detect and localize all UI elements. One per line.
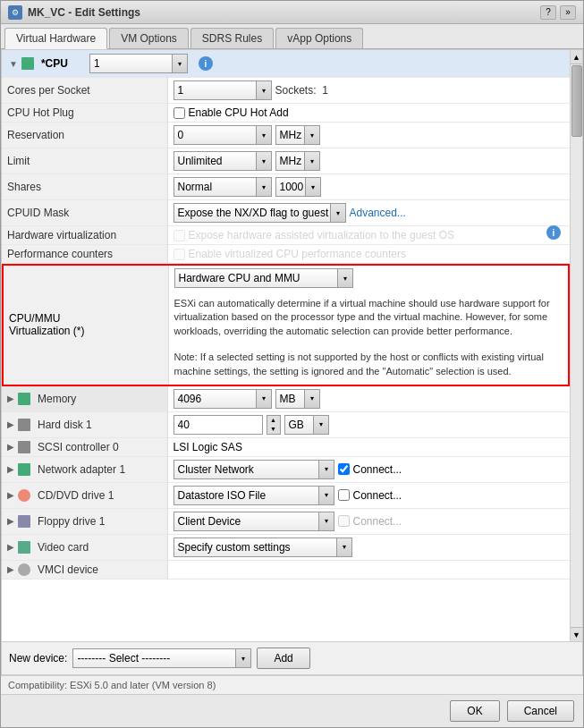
limit-select[interactable]: Unlimited: [174, 151, 272, 171]
reservation-unit-select[interactable]: MHz: [275, 125, 320, 145]
window-icon: ⚙: [8, 5, 22, 20]
tab-vm-options[interactable]: VM Options: [109, 28, 189, 48]
network-label: ▶ Network adapter 1: [2, 456, 167, 482]
memory-expand-arrow[interactable]: ▶: [7, 394, 14, 403]
memory-row: ▶ Memory 4096 ▾: [2, 386, 570, 412]
memory-value-select[interactable]: 4096: [174, 389, 272, 409]
scroll-content[interactable]: ▼ *CPU 124 ▾: [2, 50, 570, 641]
perf-counters-row: Performance counters Enable virtualized …: [2, 245, 570, 264]
floppy-icon: [18, 515, 30, 528]
tab-virtual-hardware[interactable]: Virtual Hardware: [4, 28, 107, 49]
vmci-expand-arrow[interactable]: ▶: [7, 564, 14, 574]
scsi-label-text: SCSI controller 0: [38, 441, 119, 453]
video-label: ▶ Video card: [2, 534, 167, 560]
hard-disk-label-text: Hard disk 1: [38, 419, 92, 431]
cpu-mmu-label: CPU/MMUVirtualization (*): [3, 265, 168, 385]
hard-disk-row: ▶ Hard disk 1 ▲ ▼: [2, 411, 570, 437]
perf-counters-checkbox: [174, 249, 185, 260]
new-device-bar: New device: -------- Select -------- ▾ A…: [2, 641, 582, 674]
hard-disk-size-up[interactable]: ▲: [267, 416, 280, 425]
cddvd-connect-checkbox[interactable]: [338, 489, 350, 501]
vmci-label-text: VMCI device: [38, 563, 98, 576]
cddvd-expand-arrow[interactable]: ▶: [7, 490, 14, 500]
compatibility-text: Compatibility: ESXi 5.0 and later (VM ve…: [8, 680, 216, 690]
add-device-button[interactable]: Add: [257, 648, 309, 669]
network-connect-checkbox[interactable]: [338, 463, 350, 475]
scrollbar-track-empty: [571, 138, 582, 627]
hw-virt-checkbox-label: Expose hardware assisted virtualization …: [189, 229, 455, 241]
tabs-bar: Virtual Hardware VM Options SDRS Rules v…: [1, 24, 583, 49]
advanced-link[interactable]: Advanced...: [350, 207, 406, 219]
floppy-label-text: Floppy drive 1: [38, 515, 105, 528]
scrollbar-down[interactable]: ▼: [571, 627, 582, 641]
cores-per-socket-select[interactable]: 12: [174, 80, 272, 100]
cpuid-mask-value-cell: Expose the NX/XD flag to guest ▾ Advance…: [167, 200, 570, 226]
perf-counters-value-cell: Enable virtualized CPU performance count…: [167, 245, 570, 264]
scsi-expand-arrow[interactable]: ▶: [7, 442, 14, 452]
memory-unit-select[interactable]: MB: [275, 389, 320, 409]
reservation-select[interactable]: 0: [174, 125, 272, 145]
cancel-button[interactable]: Cancel: [507, 700, 574, 722]
help-button[interactable]: ?: [540, 5, 556, 20]
perf-counters-label: Performance counters: [2, 245, 167, 264]
floppy-label: ▶ Floppy drive 1: [2, 508, 167, 534]
floppy-connect-label: Connect...: [353, 515, 402, 528]
video-expand-arrow[interactable]: ▶: [7, 542, 14, 552]
hw-virt-row: Hardware virtualization Expose hardware …: [2, 226, 570, 245]
network-expand-arrow[interactable]: ▶: [7, 464, 14, 474]
hard-disk-unit-select[interactable]: GB: [284, 415, 329, 435]
cpuid-mask-select[interactable]: Expose the NX/XD flag to guest: [174, 203, 346, 223]
scrollbar-up[interactable]: ▲: [571, 50, 582, 64]
cpu-label: *CPU: [41, 57, 68, 70]
cpuid-mask-label: CPUID Mask: [2, 200, 167, 226]
tab-vapp-options[interactable]: vApp Options: [275, 28, 363, 48]
network-icon: [18, 463, 30, 476]
video-value-cell: Specify custom settings ▾: [167, 534, 570, 560]
new-device-select[interactable]: -------- Select --------: [72, 648, 251, 668]
new-device-label: New device:: [9, 652, 67, 665]
cpu-mmu-select[interactable]: Hardware CPU and MMU: [174, 268, 353, 288]
network-label-text: Network adapter 1: [38, 463, 125, 476]
hard-disk-icon: [18, 419, 30, 431]
title-bar-left: ⚙ MK_VC - Edit Settings: [8, 5, 140, 20]
cpu-hot-add-checkbox[interactable]: [174, 107, 185, 119]
cddvd-value-select[interactable]: Datastore ISO File: [174, 486, 334, 505]
cpu-expand-arrow[interactable]: ▼: [9, 59, 18, 69]
hard-disk-size-down[interactable]: ▼: [267, 425, 280, 434]
hard-disk-expand-arrow[interactable]: ▶: [7, 419, 14, 429]
cddvd-row: ▶ CD/DVD drive 1 Datastore ISO File: [2, 482, 570, 508]
floppy-value-cell: Client Device ▾ Connect...: [167, 508, 570, 534]
video-icon: [18, 541, 30, 554]
floppy-expand-arrow[interactable]: ▶: [7, 516, 14, 526]
video-row: ▶ Video card Specify custom settings ▾: [2, 534, 570, 560]
hw-virt-value-cell: Expose hardware assisted virtualization …: [167, 226, 570, 245]
hard-disk-size-input[interactable]: [174, 415, 263, 435]
network-row: ▶ Network adapter 1 Cluster Network: [2, 456, 570, 482]
hw-virt-label: Hardware virtualization: [2, 226, 167, 245]
cpu-section-header: ▼ *CPU 124 ▾: [2, 50, 570, 78]
cpu-hot-plug-label: CPU Hot Plug: [2, 104, 167, 123]
cpu-mmu-desc1: ESXi can automatically determine if a vi…: [174, 293, 563, 342]
vmci-value-cell: [167, 560, 570, 579]
hard-disk-value-cell: ▲ ▼ GB ▾: [167, 411, 570, 437]
ok-button[interactable]: OK: [450, 700, 499, 722]
video-value-select[interactable]: Specify custom settings: [174, 538, 352, 557]
expand-button[interactable]: »: [560, 5, 576, 20]
scrollbar[interactable]: ▲ ▼: [570, 50, 582, 641]
floppy-value-select[interactable]: Client Device: [174, 512, 334, 531]
lower-settings-table: ▶ Memory 4096 ▾: [2, 386, 570, 580]
shares-number-select[interactable]: 1000: [275, 177, 321, 197]
cpu-mmu-desc2: Note: If a selected setting is not suppo…: [174, 347, 563, 382]
cpu-count-select[interactable]: 124: [89, 54, 188, 73]
limit-unit-select[interactable]: MHz: [275, 151, 320, 171]
network-value-cell: Cluster Network ▾ Connect...: [167, 456, 570, 482]
hard-disk-label: ▶ Hard disk 1: [2, 411, 167, 437]
tab-sdrs-rules[interactable]: SDRS Rules: [190, 28, 274, 48]
scrollbar-thumb[interactable]: [571, 65, 582, 137]
title-bar-right: ? »: [540, 5, 576, 20]
network-value-select[interactable]: Cluster Network: [174, 460, 334, 479]
shares-select[interactable]: Normal: [174, 177, 272, 197]
limit-label: Limit: [2, 148, 167, 174]
cpu-mmu-value-cell: Hardware CPU and MMU ▾ ESXi can automati…: [168, 265, 569, 385]
cpuid-mask-row: CPUID Mask Expose the NX/XD flag to gues…: [2, 200, 570, 226]
